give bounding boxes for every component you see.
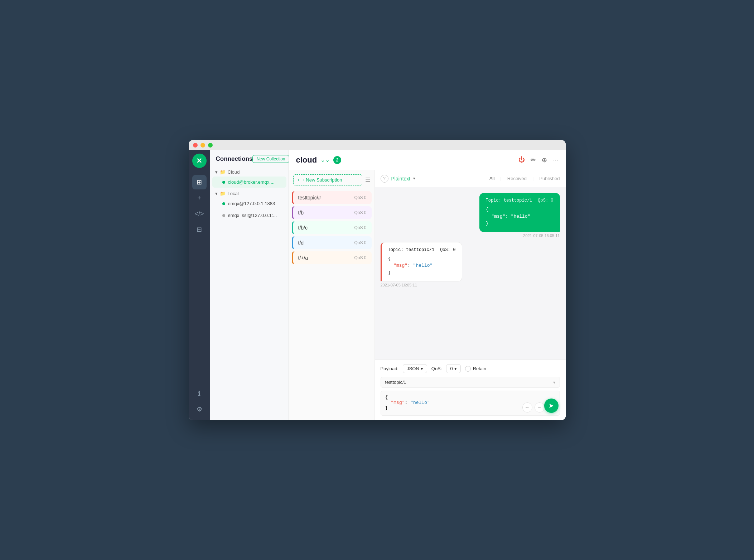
add-tab-icon[interactable]: ⊕ bbox=[542, 156, 547, 164]
sub-qos: QoS 0 bbox=[354, 210, 366, 215]
nav-code[interactable]: </> bbox=[192, 207, 207, 221]
main-topbar: cloud ⌄⌄ 2 ⏻ ✏ ⊕ ··· bbox=[289, 150, 566, 170]
body-line1: { bbox=[385, 395, 388, 400]
group-local-label: Local bbox=[228, 191, 239, 196]
message-bubble-received: Topic: testtopic/1 QoS: 0 { "msg": "hell… bbox=[381, 242, 463, 282]
connection-local2[interactable]: emqx_ssl@127.0.0.1:... bbox=[212, 210, 286, 221]
chevron-down-icon: ▾ bbox=[421, 366, 423, 371]
format-label[interactable]: Plaintext bbox=[391, 176, 411, 182]
retain-checkbox-group[interactable]: Retain bbox=[465, 366, 487, 372]
subscription-item-2[interactable]: t/b/c QoS 0 bbox=[292, 221, 372, 234]
filter-icon[interactable]: ☰ bbox=[365, 177, 370, 183]
message-topic: Topic: testtopic/1 bbox=[388, 247, 435, 252]
message-qos: QoS: 0 bbox=[538, 198, 553, 203]
folder-icon: 📁 bbox=[220, 191, 226, 196]
folder-icon: 📁 bbox=[220, 169, 226, 175]
logo-icon: ✕ bbox=[196, 156, 202, 165]
sub-topic: t/b bbox=[298, 210, 304, 216]
connection-local1[interactable]: emqx@127.0.0.1:1883 bbox=[212, 198, 286, 209]
nav-data[interactable]: ⊟ bbox=[192, 222, 207, 237]
send-button[interactable]: ➤ bbox=[544, 399, 559, 413]
subscription-item-0[interactable]: testtopic/# QoS 0 bbox=[292, 191, 372, 204]
nav-left-btn[interactable]: ← bbox=[522, 402, 532, 412]
sub-qos: QoS 0 bbox=[354, 255, 366, 260]
compose-body[interactable]: { "msg": "hello" } ← − → bbox=[381, 391, 560, 416]
connections-panel: Connections New Collection ▾ 📁 Cloud clo… bbox=[210, 150, 289, 420]
app-window: ✕ ⊞ + </> ⊟ ℹ ⚙ Connections New Collecti… bbox=[189, 140, 566, 420]
qos-select[interactable]: 0 ▾ bbox=[446, 364, 460, 373]
app-body: ✕ ⊞ + </> ⊟ ℹ ⚙ Connections New Collecti… bbox=[189, 150, 566, 420]
new-subscription-button[interactable]: + + New Subscription bbox=[293, 174, 362, 185]
new-sub-label: + New Subscription bbox=[302, 177, 342, 183]
filter-tab-published[interactable]: Published bbox=[539, 176, 560, 181]
group-cloud-label: Cloud bbox=[228, 169, 240, 175]
subscription-item-4[interactable]: t/+/a QoS 0 bbox=[292, 251, 372, 264]
subscription-list: testtopic/# QoS 0 t/b QoS 0 t/b/c QoS 0 bbox=[289, 190, 374, 420]
nav-add[interactable]: + bbox=[192, 191, 207, 205]
subscription-item-1[interactable]: t/b QoS 0 bbox=[292, 206, 372, 219]
filter-tab-received[interactable]: Received bbox=[507, 176, 527, 181]
nav-sidebar: ✕ ⊞ + </> ⊟ ℹ ⚙ bbox=[189, 150, 210, 420]
subscription-item-3[interactable]: t/d QoS 0 bbox=[292, 236, 372, 249]
chevron-down-icon: ▾ bbox=[215, 169, 218, 175]
sub-topic: t/b/c bbox=[298, 225, 308, 231]
message-filter-tabs: All | Received | Published bbox=[489, 176, 560, 181]
status-dot-gray bbox=[222, 214, 225, 217]
nav-minus-btn[interactable]: − bbox=[535, 402, 545, 412]
edit-icon[interactable]: ✏ bbox=[531, 156, 536, 164]
chevron-down-icon: ▾ bbox=[215, 191, 218, 196]
connection-cloud1-label: cloud@broker.emqx.... bbox=[228, 179, 275, 185]
messages-pane: ? Plaintext ▾ All | Received | Published bbox=[375, 170, 566, 420]
main-content: cloud ⌄⌄ 2 ⏻ ✏ ⊕ ··· + + bbox=[289, 150, 566, 420]
message-topic: Topic: testtopic/1 bbox=[486, 198, 532, 203]
minimize-button[interactable] bbox=[200, 143, 205, 148]
json-key: "msg" bbox=[393, 263, 407, 268]
connections-title: Connections bbox=[216, 155, 253, 163]
sub-topic: testtopic/# bbox=[298, 195, 321, 201]
new-collection-button[interactable]: New Collection bbox=[252, 155, 289, 163]
nav-settings[interactable]: ⚙ bbox=[192, 402, 207, 416]
body-key: "msg" bbox=[391, 400, 405, 405]
message-header: Topic: testtopic/1 QoS: 0 bbox=[388, 247, 456, 252]
message-body: { "msg": "hello" } bbox=[486, 206, 554, 227]
payload-format-select[interactable]: JSON ▾ bbox=[403, 364, 427, 373]
subscriptions-pane: + + New Subscription ☰ testtopic/# QoS 0… bbox=[289, 170, 375, 420]
message-received-0: Topic: testtopic/1 QoS: 0 { "msg": "hell… bbox=[381, 242, 560, 288]
payload-label: Payload: bbox=[381, 366, 399, 371]
connection-cloud1[interactable]: cloud@broker.emqx.... bbox=[212, 177, 286, 188]
nav-connections[interactable]: ⊞ bbox=[192, 175, 207, 189]
message-timestamp: 2021-07-05 16:05:11 bbox=[523, 233, 560, 238]
topic-input[interactable] bbox=[385, 380, 550, 385]
group-local[interactable]: ▾ 📁 Local bbox=[210, 188, 289, 198]
format-dropdown-icon[interactable]: ▾ bbox=[413, 176, 415, 181]
connection-local2-label: emqx_ssl@127.0.0.1:... bbox=[228, 213, 277, 218]
status-dot-green bbox=[222, 181, 225, 184]
active-connection-name: cloud bbox=[296, 155, 317, 165]
close-button[interactable] bbox=[193, 143, 198, 148]
filter-tab-all[interactable]: All bbox=[489, 176, 494, 181]
message-qos: QoS: 0 bbox=[440, 247, 455, 252]
more-icon[interactable]: ··· bbox=[553, 156, 558, 164]
message-timestamp: 2021-07-05 16:05:11 bbox=[381, 283, 417, 287]
json-value: "hello" bbox=[413, 263, 433, 268]
nav-info[interactable]: ℹ bbox=[192, 386, 207, 401]
group-cloud[interactable]: ▾ 📁 Cloud bbox=[210, 166, 289, 176]
sub-topic: t/+/a bbox=[298, 255, 308, 261]
body-value: "hello" bbox=[410, 400, 430, 405]
power-icon[interactable]: ⏻ bbox=[518, 156, 525, 164]
topbar-actions: ⏻ ✏ ⊕ ··· bbox=[518, 156, 558, 164]
chevron-down-icon: ▾ bbox=[553, 380, 555, 385]
fullscreen-button[interactable] bbox=[208, 143, 213, 148]
compose-area: Payload: JSON ▾ QoS: 0 ▾ bbox=[375, 359, 566, 420]
connection-badge: 2 bbox=[333, 156, 341, 164]
title-bar bbox=[189, 140, 566, 150]
help-icon[interactable]: ? bbox=[381, 175, 388, 183]
compose-topic-row: ▾ bbox=[381, 377, 560, 388]
retain-checkbox[interactable] bbox=[465, 366, 471, 372]
payload-format-value: JSON bbox=[407, 366, 419, 371]
sub-qos: QoS 0 bbox=[354, 240, 366, 245]
connection-dropdown-icon[interactable]: ⌄⌄ bbox=[320, 156, 330, 163]
connections-header: Connections New Collection bbox=[210, 150, 289, 166]
sub-qos: QoS 0 bbox=[354, 225, 366, 230]
plus-icon: + bbox=[297, 177, 300, 183]
